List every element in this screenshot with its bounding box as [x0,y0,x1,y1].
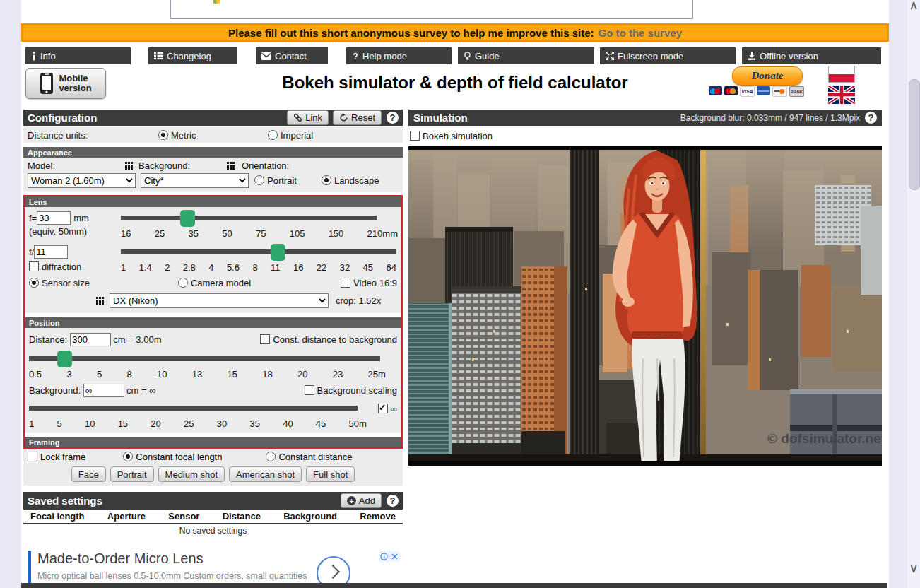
const-distance-option[interactable]: Const. distance to background [260,334,397,345]
lock-frame-checkbox[interactable] [28,452,37,461]
focal-length-slider[interactable] [121,209,377,228]
video-169-checkbox[interactable] [341,278,350,288]
survey-link[interactable]: Go to the survey [598,27,682,39]
aperture-input[interactable] [34,245,68,259]
donate-button[interactable]: Donate [732,66,803,86]
landscape-option[interactable]: Landscape [322,175,379,186]
constant-distance-radio[interactable] [266,452,276,461]
scroll-up-icon[interactable]: ᐱ [909,2,918,11]
fullscreen-icon [606,52,614,60]
model-grid-icon[interactable] [125,162,133,170]
focal-length-input[interactable] [37,211,71,225]
nav-changelog-button[interactable]: Changelog [148,47,237,64]
sensor-size-option[interactable]: Sensor size [29,278,90,288]
uk-flag[interactable] [828,86,855,104]
video-169-option[interactable]: Video 16:9 [341,278,397,288]
nav-fullscreen-button[interactable]: Fulscreen mode [600,47,736,64]
distance-eq: cm = 3.00m [113,334,161,345]
portrait-option[interactable]: Portrait [254,175,297,186]
landscape-radio[interactable] [322,175,331,185]
model-select[interactable]: Woman 2 (1.60m) [28,173,136,188]
ad-block: Made-to-Order Micro Lens Micro optical b… [23,549,403,588]
constant-focal-option[interactable]: Constant focal length [123,452,222,462]
polish-flag[interactable] [828,66,855,83]
link-button[interactable]: Link [287,110,329,125]
diffraction-checkbox[interactable] [29,261,39,271]
scrollbar-thumb[interactable] [909,79,920,190]
scroll-down-icon[interactable]: ᐯ [909,565,918,574]
background-label: Background: [138,160,227,171]
nav-info-button[interactable]: Info [25,47,131,64]
plus-icon: + [347,496,356,505]
camera-model-option[interactable]: Camera model [178,278,251,288]
lock-frame-option[interactable]: Lock frame [28,452,85,462]
bokeh-simulation-option[interactable]: Bokeh simulation [408,126,882,143]
aperture-slider-track[interactable] [121,249,396,254]
aperture-ticks: 11.422.845.68111622324564 [121,262,396,273]
add-setting-button[interactable]: +Add [341,493,382,508]
bulb-icon [464,52,471,61]
saved-settings-help-icon[interactable]: ? [387,495,399,507]
metric-radio[interactable] [158,130,168,140]
infinity-checkbox[interactable] [378,404,388,413]
reset-button[interactable]: Reset [333,110,382,125]
imperial-option[interactable]: Imperial [268,130,313,141]
simulation-image: © dofsimulator.net [408,146,882,466]
scrollbar[interactable]: ᐱ ᐯ [907,0,920,588]
shot-button[interactable]: Full shot [306,466,355,482]
shot-button[interactable]: Portrait [110,466,154,482]
focal-slider-track[interactable] [121,216,377,220]
link-icon [293,113,302,122]
nav-offline-button[interactable]: Offline version [742,47,881,64]
ad-choices [379,551,400,562]
distance-slider-handle[interactable] [57,351,72,368]
shot-button[interactable]: Face [71,466,106,482]
simulation-title: Simulation [413,112,680,124]
constant-distance-option[interactable]: Constant distance [266,452,352,462]
background-slider[interactable] [29,399,358,418]
portrait-radio[interactable] [254,175,264,185]
shot-button[interactable]: Medium shot [158,466,225,482]
sensor-grid-icon[interactable] [96,297,104,305]
constant-focal-radio[interactable] [123,452,133,461]
infinity-option[interactable]: ∞ [378,404,397,414]
distance-input[interactable] [70,333,111,346]
aperture-slider-handle[interactable] [271,244,285,261]
background-scaling-checkbox[interactable] [305,385,314,395]
reset-icon [339,113,348,122]
nav-help-mode-button[interactable]: ? Help mode [346,47,452,64]
configuration-help-icon[interactable]: ? [387,112,399,124]
nav-contact-button[interactable]: Contact [256,47,328,64]
sensor-select[interactable]: DX (Nikon) [110,293,329,308]
bokeh-simulation-checkbox[interactable] [410,131,420,141]
metric-option[interactable]: Metric [158,130,268,141]
lens-header: Lens [25,196,401,207]
adchoices-info-icon[interactable] [379,551,389,562]
diffraction-option[interactable]: diffraction [29,260,121,273]
background-slider-track[interactable] [29,406,358,411]
framing-shot-buttons: FacePortraitMedium shotAmerican shotFull… [23,464,403,486]
background-select[interactable]: City* [141,173,249,188]
aperture-slider[interactable] [121,243,396,261]
focal-slider-handle[interactable] [180,210,195,227]
shot-button[interactable]: American shot [229,466,302,482]
list-icon [154,52,163,60]
aperture-prefix: f/ [29,247,34,257]
distance-slider-track[interactable] [29,356,380,361]
const-distance-checkbox[interactable] [260,334,270,344]
distance-slider[interactable] [29,350,380,368]
background-scaling-option[interactable]: Background scaling [305,385,397,396]
sensor-size-radio[interactable] [29,278,39,288]
mastercard-icon [724,86,738,95]
ad-title[interactable]: Made-to-Order Micro Lens [37,551,204,567]
imperial-radio[interactable] [268,130,278,140]
infinity-label: ∞ [391,404,397,414]
background-grid-icon[interactable] [227,162,235,170]
focal-prefix: f= [29,213,37,223]
camera-model-radio[interactable] [178,278,188,288]
background-distance-input[interactable] [83,384,124,397]
popup-favicon [213,0,220,4]
nav-guide-button[interactable]: Guide [458,47,594,64]
simulation-help-icon[interactable]: ? [865,112,877,124]
ad-close-icon[interactable] [389,551,400,562]
